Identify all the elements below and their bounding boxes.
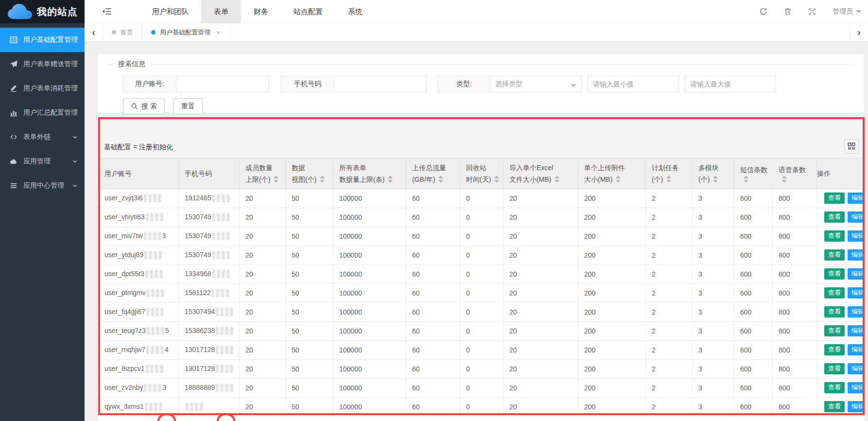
view-button[interactable]: 查看 xyxy=(824,268,845,279)
tab-close-icon[interactable]: × xyxy=(216,29,221,36)
value-cell: 3 xyxy=(693,378,734,397)
column-header[interactable]: 导入单个Excel文件大小(MB) xyxy=(503,158,578,189)
top-nav-item[interactable]: 用户和团队 xyxy=(139,0,201,23)
refresh-icon[interactable] xyxy=(759,7,767,16)
view-button[interactable]: 查看 xyxy=(824,193,845,203)
column-header[interactable]: 上传总流量(GB/年) xyxy=(406,158,460,189)
value-cell: 20 xyxy=(503,302,578,321)
sidebar-item[interactable]: 应用管理 xyxy=(0,149,85,174)
top-nav-item[interactable]: 表单 xyxy=(201,0,241,23)
column-header[interactable]: 所有表单数据量上限(条) xyxy=(333,158,406,189)
view-button[interactable]: 查看 xyxy=(824,363,845,374)
sort-icon[interactable] xyxy=(274,175,278,183)
tab[interactable]: 首页 xyxy=(103,23,142,41)
sidebar-item-label: 用户汇总配置管理 xyxy=(23,108,78,117)
user-menu[interactable]: 管理员 xyxy=(833,7,861,16)
redaction-blur xyxy=(211,289,230,297)
min-value-input[interactable] xyxy=(588,76,679,92)
sort-icon[interactable] xyxy=(782,175,787,183)
edit-button[interactable]: 编辑 xyxy=(848,306,864,317)
value-cell: 3 xyxy=(693,321,734,340)
account-text: user_fq4gji67 xyxy=(104,308,145,316)
value-cell: 100000 xyxy=(333,246,406,264)
top-nav-item[interactable]: 系统 xyxy=(335,0,375,23)
max-value-input[interactable] xyxy=(685,76,776,92)
phone-input[interactable] xyxy=(334,76,427,92)
collapse-sidebar-icon[interactable] xyxy=(102,8,111,15)
sidebar-item[interactable]: 用户汇总配置管理 xyxy=(0,101,85,125)
edit-button[interactable]: 编辑 xyxy=(848,344,864,355)
view-button[interactable]: 查看 xyxy=(824,325,845,336)
type-select[interactable]: 选择类型 xyxy=(490,76,582,92)
column-header[interactable]: 单个上传附件大小(MB) xyxy=(578,158,646,189)
top-nav-item[interactable]: 站点配置 xyxy=(281,0,335,23)
view-button[interactable]: 查看 xyxy=(824,211,845,222)
search-button[interactable]: 搜 索 xyxy=(123,98,165,114)
sort-icon[interactable] xyxy=(555,175,559,183)
actions-cell: 查看编辑 xyxy=(817,227,864,246)
tab-status-dot-icon xyxy=(112,30,116,35)
column-header[interactable]: 计划任务(个) xyxy=(646,158,693,189)
columns-filter-button[interactable] xyxy=(844,139,859,154)
view-button[interactable]: 查看 xyxy=(824,230,845,241)
view-button[interactable]: 查看 xyxy=(824,249,845,260)
topbar-actions: 管理员 xyxy=(759,7,868,16)
account-cell: user_dpt55t3 xyxy=(99,264,179,283)
column-header[interactable]: 多模块(个) xyxy=(693,158,734,189)
edit-button[interactable]: 编辑 xyxy=(848,193,864,203)
redaction-blur xyxy=(144,384,162,392)
phone-cell: 1581122 xyxy=(179,283,240,302)
value-cell: 2 xyxy=(646,264,693,283)
column-header[interactable]: 数据视图(个) xyxy=(286,158,333,189)
column-header[interactable]: 短信条数 xyxy=(734,158,773,189)
sidebar-item[interactable]: 表单外链 xyxy=(0,125,85,149)
edit-button[interactable]: 编辑 xyxy=(848,268,864,279)
edit-button[interactable]: 编辑 xyxy=(848,401,864,412)
column-header[interactable]: 成员数量上限(个) xyxy=(240,158,286,189)
edit-button[interactable]: 编辑 xyxy=(848,249,864,260)
view-button[interactable]: 查看 xyxy=(824,344,845,355)
tabs-scroll-right-icon[interactable]: › xyxy=(850,23,868,41)
sort-icon[interactable] xyxy=(666,175,671,183)
sort-icon[interactable] xyxy=(494,175,499,183)
sort-icon[interactable] xyxy=(320,175,325,183)
value-cell: 2 xyxy=(646,189,693,208)
sort-icon[interactable] xyxy=(744,175,748,183)
view-button[interactable]: 查看 xyxy=(824,401,845,412)
sort-icon[interactable] xyxy=(616,175,621,183)
trash-icon[interactable] xyxy=(784,7,792,16)
value-cell: 2 xyxy=(646,227,693,246)
column-header[interactable]: 语音条数 xyxy=(773,158,817,189)
top-nav-item[interactable]: 财务 xyxy=(241,0,281,23)
view-button[interactable]: 查看 xyxy=(824,382,845,393)
search-icon xyxy=(131,103,138,110)
tab[interactable]: 用户基础配置管理× xyxy=(142,23,230,41)
sidebar-item[interactable]: 应用中心管理 xyxy=(0,174,85,198)
reset-button[interactable]: 重置 xyxy=(174,98,203,114)
edit-button[interactable]: 编辑 xyxy=(848,325,864,336)
sidebar-item-label: 表单外链 xyxy=(23,133,51,141)
fullscreen-icon[interactable] xyxy=(808,8,816,16)
sort-icon[interactable] xyxy=(713,175,718,183)
edit-button[interactable]: 编辑 xyxy=(848,211,864,222)
value-cell: 3 xyxy=(693,208,734,227)
tabs-scroll-left-icon[interactable]: ‹ xyxy=(85,23,103,41)
account-cell: user_ptmgmv xyxy=(99,283,179,302)
value-cell: 100000 xyxy=(333,321,406,340)
sidebar-item[interactable]: 用户表单消耗管理 xyxy=(0,76,85,101)
edit-button[interactable]: 编辑 xyxy=(848,382,864,393)
value-cell: 100000 xyxy=(333,378,406,397)
view-button[interactable]: 查看 xyxy=(824,287,845,298)
sort-icon[interactable] xyxy=(438,175,443,183)
sidebar-item[interactable]: 用户表单赠送管理 xyxy=(0,52,85,76)
value-cell: 0 xyxy=(460,283,503,302)
edit-button[interactable]: 编辑 xyxy=(848,287,864,298)
column-header[interactable]: 回收站时间(天) xyxy=(460,158,503,189)
sidebar-menu: 用户基础配置管理用户表单赠送管理用户表单消耗管理用户汇总配置管理表单外链应用管理… xyxy=(0,28,85,198)
edit-button[interactable]: 编辑 xyxy=(848,230,864,241)
view-button[interactable]: 查看 xyxy=(824,306,845,317)
sort-icon[interactable] xyxy=(388,175,393,183)
account-input[interactable] xyxy=(176,76,269,92)
edit-button[interactable]: 编辑 xyxy=(848,363,864,374)
sidebar-item[interactable]: 用户基础配置管理 xyxy=(0,28,85,52)
